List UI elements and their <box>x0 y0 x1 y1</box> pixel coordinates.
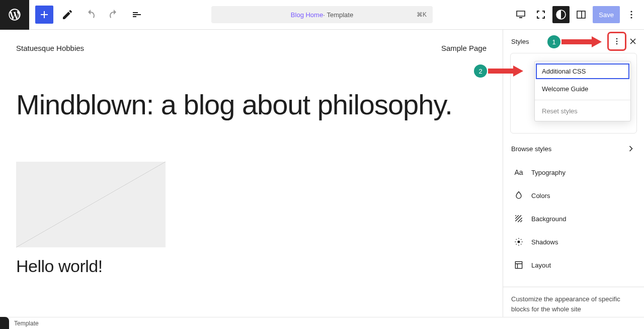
styles-item-label: Layout <box>531 261 551 269</box>
top-toolbar: Blog Home Template ⌘K Save <box>0 0 644 30</box>
browse-styles-row[interactable]: Browse styles <box>503 137 644 161</box>
layout-icon <box>513 259 524 271</box>
styles-item-background[interactable]: Background <box>503 207 644 230</box>
wordpress-icon <box>8 8 22 22</box>
fullscreen-icon <box>535 9 547 21</box>
pencil-icon <box>61 9 73 21</box>
list-icon <box>131 9 143 21</box>
svg-point-3 <box>630 14 632 15</box>
desktop-icon <box>515 9 527 21</box>
more-vertical-icon <box>625 9 637 21</box>
breadcrumb-bar: Template <box>0 317 644 329</box>
shadows-icon <box>513 236 524 247</box>
svg-rect-1 <box>577 11 585 18</box>
command-bar[interactable]: Blog Home Template ⌘K <box>211 6 433 23</box>
sidebar-icon <box>575 9 587 21</box>
document-overview-button[interactable] <box>128 6 146 24</box>
svg-rect-9 <box>515 261 522 268</box>
menu-item-additional-css[interactable]: Additional CSS <box>535 62 630 80</box>
styles-item-typography[interactable]: Aa Typography <box>503 161 644 184</box>
more-vertical-icon <box>612 36 622 46</box>
sidebar-title: Styles <box>511 38 529 45</box>
command-bar-page: Blog Home <box>291 11 323 19</box>
redo-icon <box>108 9 120 21</box>
styles-more-menu-button[interactable] <box>609 33 625 49</box>
redo-button[interactable] <box>105 6 123 24</box>
menu-item-reset-styles[interactable]: Reset styles <box>535 102 630 120</box>
svg-point-2 <box>630 11 632 12</box>
options-button[interactable] <box>623 6 640 23</box>
contrast-icon <box>555 9 567 21</box>
editor-canvas[interactable]: Statuesque Hobbies Sample Page Mindblown… <box>0 30 503 317</box>
menu-item-welcome-guide[interactable]: Welcome Guide <box>535 80 630 98</box>
toolbar-right-group: Save <box>512 6 644 23</box>
svg-point-5 <box>616 38 618 40</box>
undo-button[interactable] <box>82 6 100 24</box>
styles-item-label: Colors <box>531 192 550 200</box>
styles-item-label: Shadows <box>531 238 558 246</box>
fullscreen-button[interactable] <box>532 6 549 23</box>
background-icon <box>513 213 524 224</box>
svg-point-8 <box>518 241 520 243</box>
featured-image-placeholder[interactable] <box>16 162 166 247</box>
styles-more-menu: Additional CSS Welcome Guide Reset style… <box>534 61 631 121</box>
hero-heading[interactable]: Mindblown: a blog about philosophy. <box>16 88 487 121</box>
close-sidebar-button[interactable] <box>625 33 641 49</box>
site-title[interactable]: Statuesque Hobbies <box>16 44 84 52</box>
bottom-left-corner <box>0 317 9 329</box>
typography-icon: Aa <box>513 167 524 178</box>
styles-sidebar: Styles Additional CSS Welcome Guide Rese… <box>503 30 644 317</box>
close-icon <box>628 36 638 46</box>
toolbar-left-group <box>29 6 146 24</box>
settings-sidebar-button[interactable] <box>573 6 590 23</box>
styles-button[interactable] <box>552 6 570 23</box>
command-bar-sep <box>323 11 325 19</box>
breadcrumb[interactable]: Template <box>14 320 39 327</box>
wordpress-logo[interactable] <box>0 0 29 30</box>
browse-styles-label: Browse styles <box>511 145 551 153</box>
undo-icon <box>85 9 97 21</box>
annotation-badge-2: 2 <box>474 64 487 78</box>
tools-button[interactable] <box>58 6 76 24</box>
styles-item-layout[interactable]: Layout <box>503 253 644 277</box>
command-bar-kind: Template <box>327 11 353 19</box>
sidebar-footer-text: Customize the appearance of specific blo… <box>503 287 644 321</box>
chevron-right-icon <box>626 144 636 154</box>
styles-item-label: Background <box>531 215 566 223</box>
workspace: Statuesque Hobbies Sample Page Mindblown… <box>0 30 644 317</box>
save-button[interactable]: Save <box>593 6 620 23</box>
styles-item-shadows[interactable]: Shadows <box>503 230 644 253</box>
styles-item-colors[interactable]: Colors <box>503 184 644 207</box>
site-header: Statuesque Hobbies Sample Page <box>16 42 487 68</box>
plus-icon <box>38 9 50 21</box>
svg-point-7 <box>616 43 618 45</box>
svg-point-4 <box>630 17 632 18</box>
add-block-button[interactable] <box>35 6 53 24</box>
drop-icon <box>513 190 524 201</box>
post-title[interactable]: Hello world! <box>16 256 487 276</box>
styles-item-label: Typography <box>531 169 566 176</box>
annotation-badge-1: 1 <box>547 35 560 48</box>
shortcut-hint: ⌘K <box>417 11 427 18</box>
svg-point-6 <box>616 41 618 42</box>
nav-link-sample-page[interactable]: Sample Page <box>441 44 487 52</box>
menu-separator <box>535 100 630 100</box>
view-desktop-button[interactable] <box>512 6 529 23</box>
